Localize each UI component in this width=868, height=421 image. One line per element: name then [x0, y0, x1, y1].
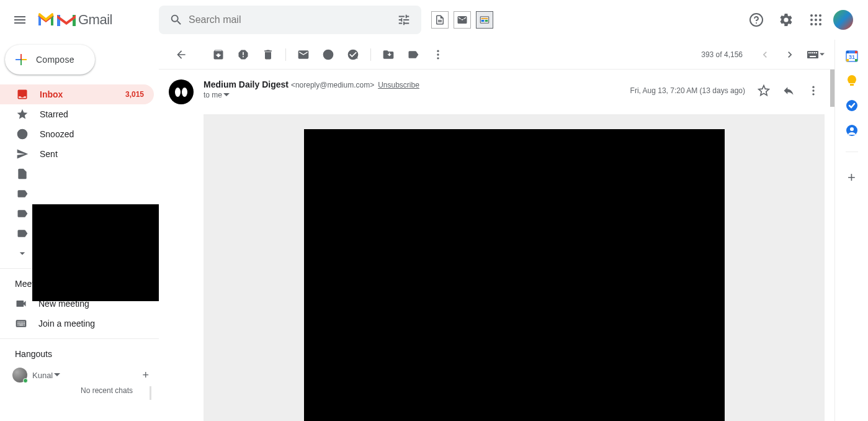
svg-rect-22 [20, 59, 22, 60]
star-outline-icon [758, 84, 770, 97]
delete-button[interactable] [256, 42, 280, 67]
clock-icon [16, 128, 29, 140]
archive-button[interactable] [206, 42, 231, 67]
star-icon [16, 108, 29, 120]
message-date: Fri, Aug 13, 7:20 AM (13 days ago) [630, 86, 745, 95]
sender-email: <noreply@medium.com> [291, 81, 374, 89]
svg-rect-44 [855, 51, 857, 53]
gmail-logo[interactable]: Gmail [37, 12, 112, 28]
snooze-button[interactable] [316, 42, 341, 67]
svg-point-14 [819, 19, 821, 21]
svg-rect-32 [816, 52, 817, 53]
sender-name: Medium Daily Digest [204, 79, 289, 89]
account-avatar[interactable] [833, 10, 853, 30]
older-button[interactable] [777, 42, 802, 67]
message-view: Medium Daily Digest <noreply@medium.com>… [159, 70, 834, 421]
more-button[interactable] [426, 42, 450, 67]
svg-rect-43 [846, 59, 849, 61]
sidebar-item-inbox[interactable]: Inbox 3,015 [0, 84, 154, 104]
main-content: + 393 of 4,156 [159, 40, 834, 421]
star-button[interactable] [753, 79, 775, 102]
sidebar-item-starred[interactable]: Starred [0, 104, 154, 124]
scrollbar[interactable] [830, 70, 834, 107]
svg-rect-27 [807, 51, 818, 58]
search-button[interactable] [164, 7, 189, 32]
svg-rect-30 [812, 52, 813, 53]
ext-icon-3[interactable] [476, 11, 493, 29]
to-line[interactable]: to me [204, 91, 620, 99]
hangouts-user-row[interactable]: Kunal + [0, 364, 159, 386]
mail-at-icon [457, 14, 468, 25]
header: Gmail [0, 0, 868, 40]
calendar-app-button[interactable]: 31 [846, 50, 858, 62]
more-vert-icon [807, 84, 820, 97]
chevron-left-icon [759, 48, 771, 61]
gmail-logo-icon [37, 13, 55, 27]
sidebar-item-snoozed[interactable]: Snoozed [0, 124, 154, 144]
svg-point-26 [437, 57, 439, 59]
apps-button[interactable] [803, 7, 828, 32]
svg-point-16 [815, 23, 817, 25]
keep-app-button[interactable] [846, 75, 858, 87]
gear-icon [779, 12, 794, 27]
new-chat-button[interactable]: + [142, 369, 149, 382]
newer-button[interactable] [753, 42, 777, 67]
mail-icon [297, 48, 310, 61]
svg-rect-5 [481, 20, 485, 22]
gmail-m-icon [57, 13, 76, 27]
svg-point-34 [812, 86, 814, 88]
main-menu-button[interactable] [5, 5, 35, 35]
arrow-back-icon [175, 48, 187, 61]
chevron-down-icon [223, 92, 230, 98]
unsubscribe-link[interactable]: Unsubscribe [378, 81, 419, 89]
message-body [204, 114, 825, 421]
pager-label: 393 of 4,156 [701, 50, 743, 59]
medium-logo-icon [175, 88, 187, 97]
svg-point-25 [437, 53, 439, 55]
spam-button[interactable] [231, 42, 256, 67]
add-task-button[interactable]: + [341, 42, 365, 67]
move-button[interactable] [376, 42, 401, 67]
search-input[interactable] [189, 14, 391, 25]
svg-text:31: 31 [848, 54, 854, 60]
settings-button[interactable] [774, 7, 799, 32]
contacts-app-button[interactable] [846, 124, 858, 137]
sidebar-item-sent[interactable]: Sent [0, 144, 154, 164]
join-meeting-button[interactable]: Join a meeting [0, 314, 159, 333]
sidebar-item-label1[interactable] [0, 184, 154, 204]
back-button[interactable] [169, 42, 194, 67]
reply-button[interactable] [777, 79, 800, 102]
inbox-icon [16, 88, 29, 101]
compose-button[interactable]: Compose [5, 45, 95, 75]
svg-rect-4 [481, 18, 488, 19]
keep-icon [846, 75, 858, 87]
svg-point-17 [819, 23, 821, 25]
to-label: to me [204, 91, 222, 99]
svg-rect-45 [850, 84, 854, 86]
sender-avatar [169, 79, 194, 104]
search-icon [169, 13, 183, 27]
input-tool-button[interactable] [807, 51, 825, 58]
svg-rect-20 [20, 60, 22, 65]
labels-button[interactable] [401, 42, 426, 67]
tune-icon [397, 13, 411, 27]
tasks-app-button[interactable] [846, 99, 858, 112]
nav-label: Starred [40, 109, 154, 119]
svg-point-36 [812, 93, 814, 95]
gmail-logo-text: Gmail [78, 12, 112, 28]
folder-icon [382, 48, 395, 61]
support-button[interactable] [744, 7, 769, 32]
chevron-down-icon [54, 372, 60, 378]
mark-unread-button[interactable] [291, 42, 316, 67]
compose-label: Compose [36, 55, 74, 65]
redacted-content [304, 129, 725, 421]
sidebar-item-drafts[interactable] [0, 164, 154, 184]
help-icon [749, 12, 764, 27]
svg-point-8 [756, 22, 757, 24]
search-options-button[interactable] [391, 7, 416, 32]
get-addons-button[interactable]: + [848, 170, 856, 186]
ext-icon-1[interactable] [431, 11, 449, 29]
message-more-button[interactable] [802, 79, 825, 102]
ext-icon-2[interactable] [454, 11, 471, 29]
plus-icon [14, 52, 29, 67]
